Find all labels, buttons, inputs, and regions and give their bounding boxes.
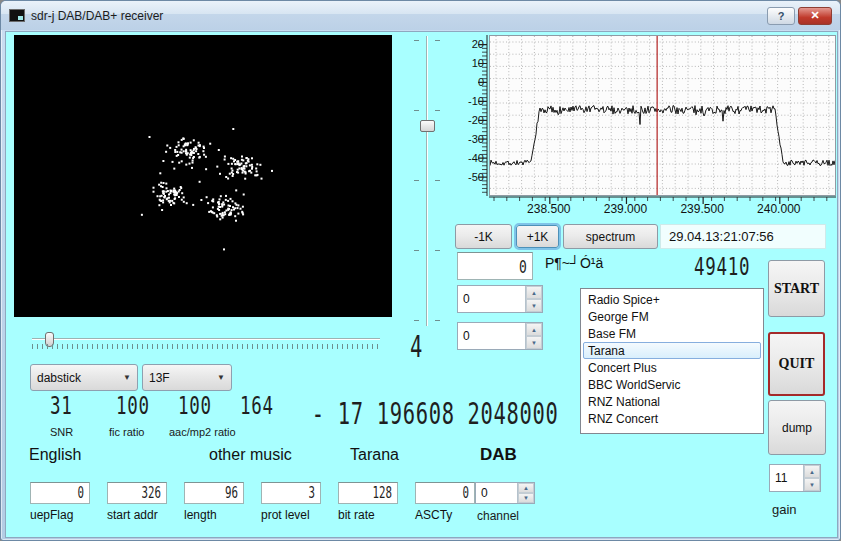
extra-lcd: 164 xyxy=(240,391,274,420)
spin-down-icon[interactable]: ▼ xyxy=(804,478,820,491)
vertical-slider[interactable] xyxy=(412,36,442,326)
slider-ticks xyxy=(414,40,419,322)
station-item[interactable]: Concert Plus xyxy=(583,359,761,376)
slider-handle[interactable] xyxy=(420,120,435,132)
slider-ticks xyxy=(32,344,380,349)
offset-rate-lcd: - 17 196608 2048000 xyxy=(234,359,558,431)
channel-label: channel xyxy=(477,509,519,523)
chevron-down-icon: ▼ xyxy=(123,373,131,382)
spin-up-icon[interactable]: ▲ xyxy=(526,286,542,299)
spin-up-icon[interactable]: ▲ xyxy=(804,465,820,478)
detail-field-label: ASCTy xyxy=(415,508,475,522)
spin-up-icon[interactable]: ▲ xyxy=(518,483,534,493)
detail-value-lcd: 0 xyxy=(30,482,90,504)
station-item[interactable]: George FM xyxy=(583,308,761,325)
slider-groove xyxy=(426,36,428,326)
title-bar[interactable]: sdr-j DAB/DAB+ receiver ? ✕ xyxy=(1,1,840,30)
spectrum-button[interactable]: spectrum xyxy=(563,224,658,249)
device-combobox[interactable]: dabstick ▼ xyxy=(30,364,138,391)
quit-button[interactable]: QUIT xyxy=(768,332,825,396)
slider-ticks xyxy=(435,40,440,322)
dump-button[interactable]: dump xyxy=(768,400,826,455)
detail-field-label: length xyxy=(184,508,244,522)
spin-down-icon[interactable]: ▼ xyxy=(526,336,542,349)
aac-ratio-label: aac/mp2 ratio xyxy=(169,426,236,438)
detail-field: 3prot level xyxy=(261,482,321,522)
detail-field: 128bit rate xyxy=(338,482,398,522)
minus-1k-button[interactable]: -1K xyxy=(455,224,512,249)
help-button[interactable]: ? xyxy=(767,7,795,25)
detail-field: 96length xyxy=(184,482,244,522)
station-item[interactable]: RNZ Concert xyxy=(583,410,761,427)
plus-1k-button[interactable]: +1K xyxy=(516,225,559,248)
fic-ratio-label: fic ratio xyxy=(109,426,144,438)
detail-value-lcd: 326 xyxy=(107,482,167,504)
sync-lcd: 0 xyxy=(457,252,533,280)
close-button[interactable]: ✕ xyxy=(798,7,832,25)
snr-label: SNR xyxy=(50,426,73,438)
coarse-offset-spinbox[interactable]: 0 ▲ ▼ xyxy=(457,285,543,313)
program-language: English xyxy=(29,446,81,464)
spin-up-icon[interactable]: ▲ xyxy=(526,323,542,336)
app-icon xyxy=(9,9,25,22)
station-item[interactable]: RNZ National xyxy=(583,393,761,410)
detail-field-label: start addr xyxy=(107,508,167,522)
detail-field: 326start addr xyxy=(107,482,167,522)
detail-value-lcd: 128 xyxy=(338,482,398,504)
spectrum-y-axis xyxy=(472,35,488,196)
window-title: sdr-j DAB/DAB+ receiver xyxy=(31,9,163,23)
station-item[interactable]: Radio Spice+ xyxy=(583,291,761,308)
detail-fields: 0uepFlag326start addr96length3prot level… xyxy=(30,482,492,522)
program-name: Tarana xyxy=(350,446,399,464)
detail-field: 0uepFlag xyxy=(30,482,90,522)
start-button[interactable]: START xyxy=(768,260,825,317)
spin-down-icon[interactable]: ▼ xyxy=(518,493,534,503)
detail-value-lcd: 96 xyxy=(184,482,244,504)
snr-lcd: 31 xyxy=(50,391,72,420)
fine-offset-spinbox[interactable]: 0 ▲ ▼ xyxy=(457,322,543,350)
client-area: 20100-10-20-30-40-50 238.500239.000239.5… xyxy=(5,31,838,538)
detail-field-label: prot level xyxy=(261,508,321,522)
detail-value-lcd: 3 xyxy=(261,482,321,504)
detail-field-label: uepFlag xyxy=(30,508,90,522)
channel-spinbox[interactable]: 0 ▲ ▼ xyxy=(475,482,535,504)
channel-combobox[interactable]: 13F ▼ xyxy=(142,364,232,391)
station-list[interactable]: Radio Spice+George FMBase FMTaranaConcer… xyxy=(580,288,764,434)
gain-label: gain xyxy=(772,502,797,517)
x-tick-label: 238.500 xyxy=(527,202,570,216)
detail-value-lcd: 0 xyxy=(415,482,475,504)
frequency-offset-lcd: 49410 xyxy=(694,252,750,281)
station-item[interactable]: Base FM xyxy=(583,325,761,342)
constellation-display xyxy=(14,35,392,317)
horizontal-slider[interactable] xyxy=(30,330,382,352)
ensemble-garbled-label: P¶~┘Ó¹ä xyxy=(545,255,603,271)
timestamp-display: 29.04.13:21:07:56 xyxy=(660,224,826,249)
chevron-down-icon: ▼ xyxy=(217,373,225,382)
app-window: sdr-j DAB/DAB+ receiver ? ✕ 20100-10-20-… xyxy=(0,0,841,541)
detail-field-label: bit rate xyxy=(338,508,398,522)
mode-label: DAB xyxy=(480,445,517,465)
spectrum-plot[interactable] xyxy=(489,35,836,196)
gain-spinbox[interactable]: 11 ▲ ▼ xyxy=(769,464,821,492)
slider-groove xyxy=(32,338,380,340)
program-type: other music xyxy=(209,446,292,464)
fic-ratio-lcd: 100 xyxy=(116,391,150,420)
spin-down-icon[interactable]: ▼ xyxy=(526,299,542,312)
station-item[interactable]: Tarana xyxy=(583,342,761,359)
detail-field: 0ASCTy xyxy=(415,482,475,522)
x-tick-label: 239.500 xyxy=(680,202,723,216)
x-tick-label: 240.000 xyxy=(757,202,800,216)
x-tick-label: 239.000 xyxy=(604,202,647,216)
aac-ratio-lcd: 100 xyxy=(178,391,212,420)
station-item[interactable]: BBC WorldServic xyxy=(583,376,761,393)
